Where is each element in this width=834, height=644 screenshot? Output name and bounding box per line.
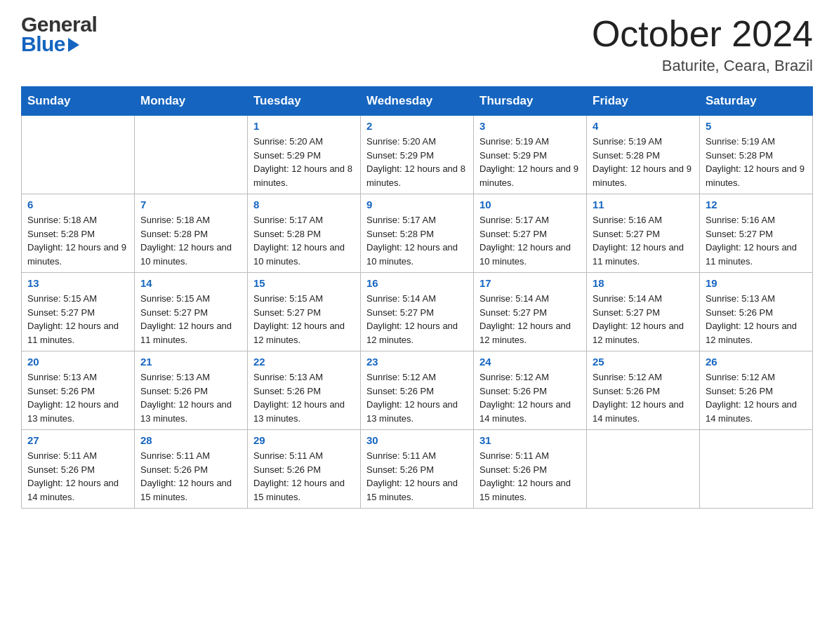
day-number: 19 xyxy=(706,277,807,289)
day-number: 3 xyxy=(479,120,581,132)
day-info: Sunrise: 5:13 AM Sunset: 5:26 PM Dayligh… xyxy=(140,370,241,425)
logo-blue-text: Blue xyxy=(21,34,65,55)
day-info: Sunrise: 5:13 AM Sunset: 5:26 PM Dayligh… xyxy=(27,370,128,425)
day-number: 26 xyxy=(706,356,807,368)
day-number: 7 xyxy=(140,199,241,210)
day-info: Sunrise: 5:14 AM Sunset: 5:27 PM Dayligh… xyxy=(366,292,468,347)
day-number: 12 xyxy=(706,199,807,210)
day-number: 28 xyxy=(140,434,241,446)
day-info: Sunrise: 5:20 AM Sunset: 5:29 PM Dayligh… xyxy=(366,135,468,189)
day-number: 22 xyxy=(253,356,355,368)
calendar-week-row: 6Sunrise: 5:18 AM Sunset: 5:28 PM Daylig… xyxy=(22,194,813,273)
day-info: Sunrise: 5:13 AM Sunset: 5:26 PM Dayligh… xyxy=(253,370,355,425)
logo-arrow-icon xyxy=(68,38,79,52)
day-info: Sunrise: 5:11 AM Sunset: 5:26 PM Dayligh… xyxy=(479,449,581,504)
day-number: 6 xyxy=(27,199,128,210)
day-number: 17 xyxy=(479,277,581,289)
day-number: 9 xyxy=(366,199,468,210)
day-of-week-header: Friday xyxy=(587,87,700,116)
day-number: 1 xyxy=(253,120,355,132)
calendar-cell: 12Sunrise: 5:16 AM Sunset: 5:27 PM Dayli… xyxy=(700,194,813,273)
day-number: 27 xyxy=(27,434,128,446)
title-area: October 2024 Baturite, Ceara, Brazil xyxy=(592,14,813,75)
calendar-cell: 2Sunrise: 5:20 AM Sunset: 5:29 PM Daylig… xyxy=(361,116,474,194)
day-number: 8 xyxy=(253,199,355,210)
calendar-cell xyxy=(135,116,248,194)
day-number: 2 xyxy=(366,120,468,132)
day-number: 21 xyxy=(140,356,241,368)
day-info: Sunrise: 5:12 AM Sunset: 5:26 PM Dayligh… xyxy=(706,370,807,425)
calendar-header-row: SundayMondayTuesdayWednesdayThursdayFrid… xyxy=(22,87,813,116)
calendar-cell: 4Sunrise: 5:19 AM Sunset: 5:28 PM Daylig… xyxy=(587,116,700,194)
calendar-cell: 31Sunrise: 5:11 AM Sunset: 5:26 PM Dayli… xyxy=(474,430,587,509)
day-of-week-header: Saturday xyxy=(700,87,813,116)
page-header: General Blue October 2024 Baturite, Cear… xyxy=(21,14,813,75)
day-of-week-header: Sunday xyxy=(22,87,135,116)
calendar-cell: 1Sunrise: 5:20 AM Sunset: 5:29 PM Daylig… xyxy=(248,116,361,194)
day-of-week-header: Monday xyxy=(135,87,248,116)
calendar-table: SundayMondayTuesdayWednesdayThursdayFrid… xyxy=(21,86,813,509)
calendar-week-row: 20Sunrise: 5:13 AM Sunset: 5:26 PM Dayli… xyxy=(22,351,813,430)
day-info: Sunrise: 5:19 AM Sunset: 5:28 PM Dayligh… xyxy=(593,135,694,189)
day-info: Sunrise: 5:11 AM Sunset: 5:26 PM Dayligh… xyxy=(140,449,241,504)
day-number: 23 xyxy=(366,356,468,368)
day-info: Sunrise: 5:17 AM Sunset: 5:28 PM Dayligh… xyxy=(366,213,468,268)
calendar-cell: 22Sunrise: 5:13 AM Sunset: 5:26 PM Dayli… xyxy=(248,351,361,430)
day-number: 13 xyxy=(27,277,128,289)
calendar-cell: 21Sunrise: 5:13 AM Sunset: 5:26 PM Dayli… xyxy=(135,351,248,430)
day-info: Sunrise: 5:18 AM Sunset: 5:28 PM Dayligh… xyxy=(140,213,241,268)
day-number: 31 xyxy=(479,434,581,446)
day-number: 5 xyxy=(706,120,807,132)
calendar-week-row: 1Sunrise: 5:20 AM Sunset: 5:29 PM Daylig… xyxy=(22,116,813,194)
day-info: Sunrise: 5:12 AM Sunset: 5:26 PM Dayligh… xyxy=(366,370,468,425)
day-info: Sunrise: 5:15 AM Sunset: 5:27 PM Dayligh… xyxy=(253,292,355,347)
day-info: Sunrise: 5:19 AM Sunset: 5:28 PM Dayligh… xyxy=(706,135,807,189)
calendar-cell: 29Sunrise: 5:11 AM Sunset: 5:26 PM Dayli… xyxy=(248,430,361,509)
calendar-cell: 19Sunrise: 5:13 AM Sunset: 5:26 PM Dayli… xyxy=(700,273,813,351)
calendar-cell: 3Sunrise: 5:19 AM Sunset: 5:29 PM Daylig… xyxy=(474,116,587,194)
calendar-cell xyxy=(587,430,700,509)
day-info: Sunrise: 5:12 AM Sunset: 5:26 PM Dayligh… xyxy=(593,370,694,425)
calendar-cell: 8Sunrise: 5:17 AM Sunset: 5:28 PM Daylig… xyxy=(248,194,361,273)
day-info: Sunrise: 5:14 AM Sunset: 5:27 PM Dayligh… xyxy=(479,292,581,347)
calendar-week-row: 13Sunrise: 5:15 AM Sunset: 5:27 PM Dayli… xyxy=(22,273,813,351)
calendar-cell: 17Sunrise: 5:14 AM Sunset: 5:27 PM Dayli… xyxy=(474,273,587,351)
day-info: Sunrise: 5:18 AM Sunset: 5:28 PM Dayligh… xyxy=(27,213,128,268)
day-number: 10 xyxy=(479,199,581,210)
day-info: Sunrise: 5:20 AM Sunset: 5:29 PM Dayligh… xyxy=(253,135,355,189)
day-number: 30 xyxy=(366,434,468,446)
month-title: October 2024 xyxy=(592,14,813,54)
day-info: Sunrise: 5:11 AM Sunset: 5:26 PM Dayligh… xyxy=(253,449,355,504)
day-number: 24 xyxy=(479,356,581,368)
day-info: Sunrise: 5:11 AM Sunset: 5:26 PM Dayligh… xyxy=(27,449,128,504)
calendar-cell: 23Sunrise: 5:12 AM Sunset: 5:26 PM Dayli… xyxy=(361,351,474,430)
calendar-cell: 24Sunrise: 5:12 AM Sunset: 5:26 PM Dayli… xyxy=(474,351,587,430)
calendar-cell: 14Sunrise: 5:15 AM Sunset: 5:27 PM Dayli… xyxy=(135,273,248,351)
day-number: 16 xyxy=(366,277,468,289)
day-of-week-header: Thursday xyxy=(474,87,587,116)
day-info: Sunrise: 5:11 AM Sunset: 5:26 PM Dayligh… xyxy=(366,449,468,504)
calendar-cell: 6Sunrise: 5:18 AM Sunset: 5:28 PM Daylig… xyxy=(22,194,135,273)
calendar-cell: 15Sunrise: 5:15 AM Sunset: 5:27 PM Dayli… xyxy=(248,273,361,351)
calendar-cell: 30Sunrise: 5:11 AM Sunset: 5:26 PM Dayli… xyxy=(361,430,474,509)
calendar-cell xyxy=(22,116,135,194)
day-number: 15 xyxy=(253,277,355,289)
day-info: Sunrise: 5:14 AM Sunset: 5:27 PM Dayligh… xyxy=(593,292,694,347)
calendar-cell: 10Sunrise: 5:17 AM Sunset: 5:27 PM Dayli… xyxy=(474,194,587,273)
calendar-cell: 13Sunrise: 5:15 AM Sunset: 5:27 PM Dayli… xyxy=(22,273,135,351)
day-number: 18 xyxy=(593,277,694,289)
day-info: Sunrise: 5:17 AM Sunset: 5:28 PM Dayligh… xyxy=(253,213,355,268)
calendar-cell: 5Sunrise: 5:19 AM Sunset: 5:28 PM Daylig… xyxy=(700,116,813,194)
calendar-cell: 18Sunrise: 5:14 AM Sunset: 5:27 PM Dayli… xyxy=(587,273,700,351)
day-of-week-header: Wednesday xyxy=(361,87,474,116)
day-info: Sunrise: 5:15 AM Sunset: 5:27 PM Dayligh… xyxy=(140,292,241,347)
day-info: Sunrise: 5:17 AM Sunset: 5:27 PM Dayligh… xyxy=(479,213,581,268)
logo: General Blue xyxy=(21,14,97,55)
day-info: Sunrise: 5:16 AM Sunset: 5:27 PM Dayligh… xyxy=(593,213,694,268)
day-number: 11 xyxy=(593,199,694,210)
calendar-cell: 28Sunrise: 5:11 AM Sunset: 5:26 PM Dayli… xyxy=(135,430,248,509)
day-number: 29 xyxy=(253,434,355,446)
calendar-cell: 25Sunrise: 5:12 AM Sunset: 5:26 PM Dayli… xyxy=(587,351,700,430)
day-number: 14 xyxy=(140,277,241,289)
day-number: 4 xyxy=(593,120,694,132)
